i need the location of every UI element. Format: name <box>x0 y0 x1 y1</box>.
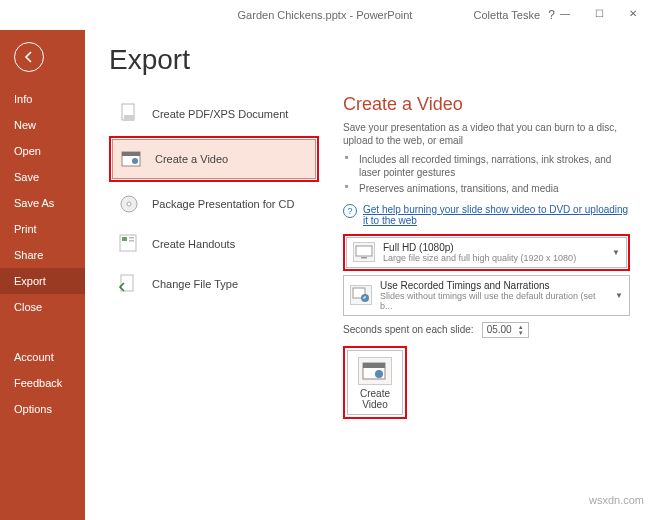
help-icon: ? <box>343 204 357 218</box>
detail-bullets: Includes all recorded timings, narration… <box>343 152 630 198</box>
export-option-list: Create PDF/XPS Document Create a Video <box>109 94 319 419</box>
highlight-create-video-button: Create Video <box>343 346 407 419</box>
nav-account[interactable]: Account <box>0 344 85 370</box>
svg-rect-3 <box>122 152 140 156</box>
quality-dropdown[interactable]: Full HD (1080p) Large file size and full… <box>346 237 627 268</box>
watermark: wsxdn.com <box>589 494 644 506</box>
filetype-icon <box>118 273 140 295</box>
handouts-icon <box>118 233 140 255</box>
content-pane: Export Create PDF/XPS Document <box>85 30 650 520</box>
create-video-icon <box>358 357 392 385</box>
timings-title: Use Recorded Timings and Narrations <box>380 280 607 291</box>
help-line: ? Get help burning your slide show video… <box>343 204 630 226</box>
nav-new[interactable]: New <box>0 112 85 138</box>
seconds-label: Seconds spent on each slide: <box>343 324 474 335</box>
svg-point-4 <box>132 158 138 164</box>
opt-label: Create a Video <box>155 153 228 165</box>
nav-close[interactable]: Close <box>0 294 85 320</box>
opt-label: Create Handouts <box>152 238 235 250</box>
timings-sub: Slides without timings will use the defa… <box>380 291 607 311</box>
quality-sub: Large file size and full high quality (1… <box>383 253 604 263</box>
nav-export[interactable]: Export <box>0 268 85 294</box>
opt-create-video[interactable]: Create a Video <box>112 139 316 179</box>
opt-label: Create PDF/XPS Document <box>152 108 288 120</box>
create-video-label: Create Video <box>350 388 400 410</box>
nav-save-as[interactable]: Save As <box>0 190 85 216</box>
document-title: Garden Chickens.pptx - PowerPoint <box>238 9 413 21</box>
opt-create-handouts[interactable]: Create Handouts <box>109 224 319 264</box>
detail-desc: Save your presentation as a video that y… <box>343 121 630 147</box>
seconds-spinner[interactable]: 05.00 ▲▼ <box>482 322 529 338</box>
svg-rect-11 <box>121 275 133 291</box>
svg-point-18 <box>375 370 383 378</box>
opt-change-file-type[interactable]: Change File Type <box>109 264 319 304</box>
window-controls: — ☐ ✕ <box>548 0 650 26</box>
opt-label: Package Presentation for CD <box>152 198 294 210</box>
svg-rect-10 <box>129 240 134 242</box>
detail-pane: Create a Video Save your presentation as… <box>343 94 630 419</box>
maximize-button[interactable]: ☐ <box>582 0 616 26</box>
monitor-icon <box>353 242 375 262</box>
cd-icon <box>118 193 140 215</box>
minimize-button[interactable]: — <box>548 0 582 26</box>
svg-rect-12 <box>356 246 372 256</box>
quality-title: Full HD (1080p) <box>383 242 604 253</box>
nav-print[interactable]: Print <box>0 216 85 242</box>
close-button[interactable]: ✕ <box>616 0 650 26</box>
pdf-icon <box>118 103 140 125</box>
svg-point-6 <box>127 202 131 206</box>
nav-share[interactable]: Share <box>0 242 85 268</box>
create-video-button[interactable]: Create Video <box>347 350 403 415</box>
chevron-down-icon: ▼ <box>615 291 623 300</box>
back-button[interactable] <box>14 42 44 72</box>
svg-rect-17 <box>363 363 385 368</box>
seconds-row: Seconds spent on each slide: 05.00 ▲▼ <box>343 322 630 338</box>
page-title: Export <box>109 44 630 76</box>
title-bar: Garden Chickens.pptx - PowerPoint Colett… <box>0 0 650 30</box>
opt-create-pdf[interactable]: Create PDF/XPS Document <box>109 94 319 134</box>
svg-rect-8 <box>122 237 127 241</box>
chevron-down-icon: ▼ <box>612 248 620 257</box>
opt-label: Change File Type <box>152 278 238 290</box>
spinner-buttons[interactable]: ▲▼ <box>518 324 524 336</box>
user-name[interactable]: Coletta Teske <box>474 9 540 21</box>
backstage-nav: Info New Open Save Save As Print Share E… <box>0 30 85 520</box>
svg-rect-13 <box>361 257 367 259</box>
bullet: Preserves animations, transitions, and m… <box>343 181 630 198</box>
timings-icon <box>350 285 372 305</box>
svg-rect-1 <box>124 115 134 121</box>
nav-save[interactable]: Save <box>0 164 85 190</box>
opt-package-cd[interactable]: Package Presentation for CD <box>109 184 319 224</box>
nav-options[interactable]: Options <box>0 396 85 422</box>
nav-open[interactable]: Open <box>0 138 85 164</box>
nav-feedback[interactable]: Feedback <box>0 370 85 396</box>
help-link[interactable]: Get help burning your slide show video t… <box>363 204 630 226</box>
seconds-value: 05.00 <box>487 324 512 335</box>
highlight-quality-dropdown: Full HD (1080p) Large file size and full… <box>343 234 630 271</box>
video-icon <box>121 148 143 170</box>
bullet: Includes all recorded timings, narration… <box>343 152 630 181</box>
timings-dropdown[interactable]: Use Recorded Timings and Narrations Slid… <box>343 275 630 316</box>
nav-info[interactable]: Info <box>0 86 85 112</box>
highlight-create-video: Create a Video <box>109 136 319 182</box>
detail-heading: Create a Video <box>343 94 630 115</box>
svg-rect-9 <box>129 237 134 239</box>
